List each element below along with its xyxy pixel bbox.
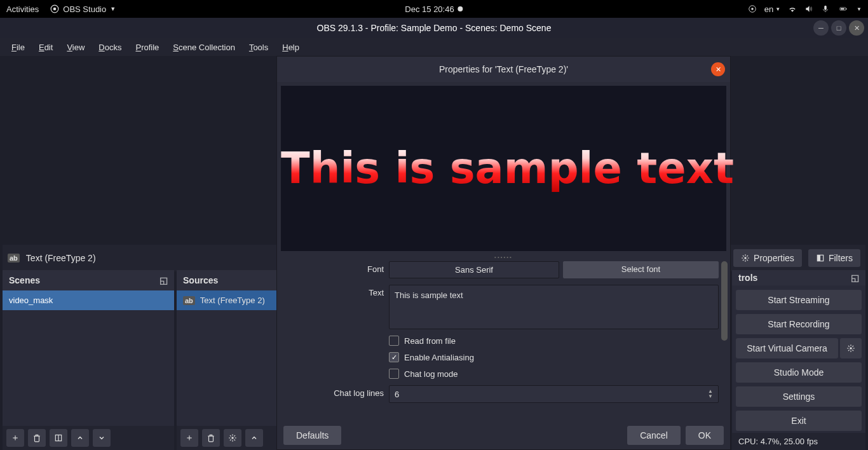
volume-icon[interactable]	[804, 4, 813, 13]
dock-icon[interactable]: ◱	[159, 275, 168, 285]
gear-icon	[741, 254, 750, 262]
menubar: File Edit View Docks Profile Scene Colle…	[0, 38, 868, 56]
menu-edit[interactable]: Edit	[32, 40, 59, 55]
mic-icon[interactable]	[821, 4, 830, 13]
menu-docks[interactable]: Docks	[92, 40, 128, 55]
dialog-preview[interactable]: This is sample text	[281, 86, 726, 251]
minimize-button[interactable]: ─	[813, 20, 829, 36]
chevron-down-icon	[98, 434, 105, 442]
delete-source-button[interactable]	[202, 429, 220, 447]
sources-list[interactable]: ab Text (FreeType 2)	[177, 290, 278, 426]
scenes-panel: Scenes ◱ video_mask ＋	[3, 270, 174, 450]
menu-help[interactable]: Help	[276, 40, 306, 55]
status-bar: CPU: 4.7%, 25.00 fps	[732, 433, 865, 450]
select-font-button[interactable]: Select font	[563, 261, 719, 278]
text-label: Text	[282, 285, 384, 297]
close-button[interactable]: ✕	[849, 20, 864, 36]
read-from-file-label: Read from file	[404, 336, 456, 346]
text-source-icon: ab	[183, 296, 195, 305]
add-scene-button[interactable]: ＋	[6, 429, 24, 447]
chat-log-lines-input[interactable]: 6 ▲ ▼	[389, 385, 719, 403]
window-title: OBS 29.1.3 - Profile: Sample Demo - Scen…	[317, 23, 552, 33]
start-streaming-button[interactable]: Start Streaming	[736, 290, 862, 310]
menu-view[interactable]: View	[60, 40, 91, 55]
start-virtual-camera-button[interactable]: Start Virtual Camera	[736, 338, 838, 358]
exit-button[interactable]: Exit	[736, 411, 862, 431]
chat-log-mode-checkbox[interactable]	[389, 369, 399, 379]
source-properties-button[interactable]	[224, 429, 241, 447]
font-label: Font	[282, 261, 384, 274]
controls-title: trols	[738, 273, 757, 283]
svg-point-14	[850, 347, 852, 350]
trash-icon	[207, 433, 215, 442]
virtual-camera-settings-button[interactable]	[840, 338, 862, 358]
source-item[interactable]: ab Text (FreeType 2)	[177, 290, 278, 310]
svg-rect-10	[817, 255, 820, 261]
svg-rect-6	[841, 8, 844, 10]
notification-dot-icon	[458, 6, 463, 11]
scene-filters-button[interactable]	[50, 429, 67, 447]
svg-point-3	[751, 8, 754, 10]
filters-icon	[816, 254, 825, 262]
gear-icon	[228, 433, 237, 442]
chevron-up-icon	[76, 434, 84, 442]
datetime[interactable]: Dec 15 20:46	[405, 4, 463, 14]
add-source-button[interactable]: ＋	[180, 429, 198, 447]
preview-text: This is sample text	[281, 144, 734, 193]
app-menu[interactable]: OBS Studio ▼	[50, 4, 116, 14]
spinner-down-icon[interactable]: ▼	[708, 394, 713, 399]
maximize-button[interactable]: □	[831, 20, 846, 36]
svg-rect-4	[824, 6, 827, 10]
scene-item[interactable]: video_mask	[3, 290, 174, 310]
chevron-down-icon: ▼	[110, 6, 116, 12]
move-source-up-button[interactable]	[245, 429, 263, 447]
svg-point-1	[53, 8, 57, 11]
svg-point-8	[744, 257, 747, 259]
delete-scene-button[interactable]	[28, 429, 46, 447]
dialog-form: Font Sans Serif Select font Text This is…	[277, 259, 730, 421]
wifi-icon[interactable]	[788, 4, 797, 13]
studio-mode-button[interactable]: Studio Mode	[736, 362, 862, 383]
ok-button[interactable]: OK	[686, 426, 724, 445]
start-recording-button[interactable]: Start Recording	[736, 314, 862, 334]
chevron-down-icon[interactable]: ▼	[857, 6, 862, 12]
menu-file[interactable]: File	[5, 40, 31, 55]
dialog-titlebar[interactable]: Properties for 'Text (FreeType 2)' ✕	[277, 57, 730, 82]
move-scene-down-button[interactable]	[93, 429, 111, 447]
battery-icon[interactable]	[837, 4, 849, 13]
font-display: Sans Serif	[389, 261, 559, 278]
menu-profile[interactable]: Profile	[129, 40, 165, 55]
properties-button[interactable]: Properties	[733, 249, 802, 267]
filters-button[interactable]: Filters	[808, 249, 860, 267]
antialiasing-label: Enable Antialiasing	[404, 353, 474, 362]
scenes-title: Scenes	[9, 275, 40, 285]
language-indicator[interactable]: en▼	[764, 4, 780, 14]
menu-scene-collection[interactable]: Scene Collection	[166, 40, 241, 55]
dock-icon[interactable]: ◱	[851, 273, 859, 283]
dialog-close-button[interactable]: ✕	[711, 62, 725, 76]
obs-icon	[50, 4, 59, 13]
svg-point-13	[231, 437, 234, 439]
menu-tools[interactable]: Tools	[243, 40, 275, 55]
trash-icon	[32, 433, 41, 442]
move-scene-up-button[interactable]	[71, 429, 89, 447]
grid-icon	[54, 433, 63, 442]
sources-panel: Sources ab Text (FreeType 2) ＋	[177, 270, 278, 450]
dialog-title: Properties for 'Text (FreeType 2)'	[439, 64, 568, 74]
settings-button[interactable]: Settings	[736, 386, 862, 407]
text-input[interactable]: This is sample text	[389, 285, 719, 329]
antialiasing-checkbox[interactable]: ✓	[389, 352, 399, 362]
chat-log-mode-label: Chat log mode	[404, 369, 458, 379]
obs-tray-icon[interactable]	[748, 4, 757, 13]
scenes-list[interactable]: video_mask	[3, 290, 174, 426]
activities-button[interactable]: Activities	[6, 4, 39, 14]
properties-dialog: Properties for 'Text (FreeType 2)' ✕ Thi…	[276, 56, 731, 450]
system-topbar: Activities OBS Studio ▼ Dec 15 20:46 en▼…	[0, 0, 868, 18]
defaults-button[interactable]: Defaults	[283, 426, 341, 445]
text-source-icon: ab	[8, 254, 20, 262]
dialog-scrollbar[interactable]	[721, 261, 728, 341]
chat-log-lines-value: 6	[395, 390, 399, 399]
cancel-button[interactable]: Cancel	[627, 426, 681, 445]
chevron-up-icon	[250, 434, 258, 442]
read-from-file-checkbox[interactable]	[389, 336, 399, 346]
